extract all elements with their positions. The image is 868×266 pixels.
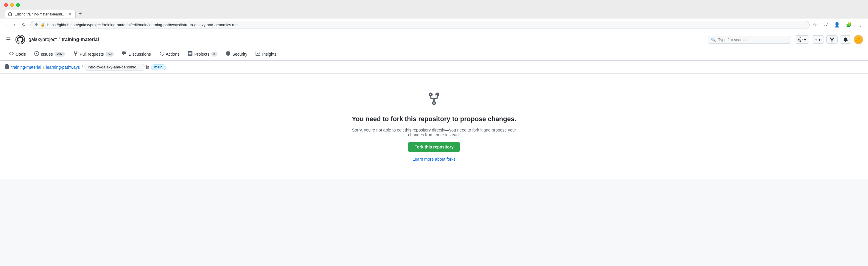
nav-tab-security[interactable]: Security — [222, 48, 252, 60]
insights-icon — [255, 51, 260, 57]
fork-subtitle: Sorry, you're not able to edit this repo… — [345, 128, 523, 137]
search-placeholder: Type / to search — [718, 37, 746, 42]
active-tab[interactable]: Editing training-material/learnin… ✕ — [4, 10, 76, 18]
nav-tab-code-label: Code — [16, 52, 26, 57]
url-text[interactable]: https://github.com/galaxyproject/trainin… — [48, 23, 805, 27]
new-tab-button[interactable]: + — [76, 9, 85, 18]
avatar[interactable]: 🐥 — [854, 35, 863, 44]
nav-tab-pr-label: Pull requests — [80, 52, 104, 57]
notifications-button[interactable] — [840, 35, 851, 44]
github-hamburger[interactable]: ☰ — [5, 35, 12, 44]
learn-more-link[interactable]: Learn more about forks — [412, 157, 456, 162]
traffic-lights — [4, 3, 864, 7]
issues-button[interactable] — [826, 35, 838, 44]
branch-badge: main — [151, 64, 166, 70]
discussions-icon — [122, 51, 127, 57]
github-header: ☰ galaxyproject / training-material 🔍 Ty… — [0, 31, 868, 48]
in-label: in — [146, 65, 149, 70]
security-nav-icon — [226, 51, 230, 57]
plus-icon: + — [815, 37, 817, 42]
maximize-button[interactable] — [16, 3, 20, 7]
create-chevron: ▾ — [818, 37, 820, 42]
browser-menu-button[interactable]: ⋮ — [857, 20, 864, 29]
header-actions: ▾ + ▾ 🐥 — [795, 35, 863, 44]
nav-tab-code[interactable]: Code — [5, 48, 30, 60]
nav-tab-discussions[interactable]: Discussions — [118, 48, 155, 60]
nav-tab-issues[interactable]: Issues 297 — [30, 48, 69, 60]
profile-button[interactable]: 👤 — [833, 21, 841, 29]
fork-repository-button[interactable]: Fork this repository — [408, 142, 460, 152]
close-button[interactable] — [4, 3, 8, 7]
tab-close-button[interactable]: ✕ — [68, 12, 72, 16]
issues-nav-icon — [34, 51, 39, 57]
extensions-button[interactable]: 🛡 — [822, 21, 829, 29]
reload-button[interactable]: ↻ — [20, 21, 27, 28]
fork-title: You need to fork this repository to prop… — [352, 115, 516, 123]
tab-bar: Editing training-material/learnin… ✕ + — [4, 9, 864, 18]
org-link[interactable]: galaxyproject — [29, 37, 57, 42]
nav-tab-issues-label: Issues — [41, 52, 53, 57]
copilot-button[interactable]: ▾ — [795, 35, 809, 44]
svg-point-1 — [799, 39, 800, 40]
file-icon — [5, 64, 9, 70]
nav-tab-actions-label: Actions — [166, 52, 180, 57]
projects-badge: 3 — [211, 52, 217, 57]
folder-breadcrumb-link[interactable]: learning-pathways — [46, 65, 80, 70]
nav-tab-insights-label: Insights — [262, 52, 276, 57]
address-bar-row: ‹ › ↻ ⚙ 🔒 https://github.com/galaxyproje… — [0, 19, 868, 31]
nav-tab-projects[interactable]: Projects 3 — [184, 48, 221, 60]
pr-badge: 59 — [105, 52, 114, 57]
forward-button[interactable]: › — [11, 21, 17, 28]
pr-icon — [73, 51, 78, 57]
tab-title: Editing training-material/learnin… — [14, 12, 66, 16]
issues-badge: 297 — [55, 52, 65, 57]
repo-nav: Code Issues 297 Pull requests 59 Discuss… — [0, 48, 868, 61]
nav-tab-security-label: Security — [232, 52, 248, 57]
minimize-button[interactable] — [10, 3, 14, 7]
nav-tab-insights[interactable]: Insights — [251, 48, 281, 60]
tab-favicon — [8, 12, 12, 16]
projects-icon — [188, 51, 192, 57]
address-bar[interactable]: ⚙ 🔒 https://github.com/galaxyproject/tra… — [30, 21, 810, 29]
main-content: You need to fork this repository to prop… — [0, 74, 868, 179]
nav-tab-pr[interactable]: Pull requests 59 — [69, 48, 118, 60]
svg-point-2 — [800, 39, 801, 40]
security-icon: ⚙ — [35, 23, 38, 27]
github-logo[interactable] — [16, 35, 25, 44]
copilot-chevron: ▾ — [804, 37, 806, 42]
file-chip: intro-to-galaxy-and-genomics... — [85, 64, 144, 70]
actions-icon — [159, 51, 164, 57]
breadcrumb-sep-1: / — [43, 65, 44, 70]
search-icon: 🔍 — [711, 37, 716, 42]
search-box[interactable]: 🔍 Type / to search — [708, 36, 791, 44]
svg-point-0 — [798, 37, 802, 41]
lock-icon: 🔒 — [40, 23, 45, 27]
window-chrome: Editing training-material/learnin… ✕ + — [0, 0, 868, 19]
nav-tab-actions[interactable]: Actions — [155, 48, 184, 60]
repo-breadcrumb-link[interactable]: training-material — [11, 65, 41, 70]
header-search: 🔍 Type / to search — [708, 36, 791, 44]
nav-tab-projects-label: Projects — [194, 52, 209, 57]
fork-icon — [427, 92, 441, 109]
puzzle-button[interactable]: 🧩 — [845, 21, 853, 29]
repo-link[interactable]: training-material — [62, 37, 99, 42]
file-breadcrumb: training-material / learning-pathways / … — [0, 61, 868, 74]
breadcrumb-separator: / — [58, 37, 60, 42]
code-icon — [9, 51, 14, 57]
back-button[interactable]: ‹ — [4, 21, 9, 28]
bookmark-button[interactable]: ☆ — [813, 22, 817, 28]
breadcrumb-sep-2: / — [82, 65, 83, 70]
header-breadcrumb: galaxyproject / training-material — [29, 37, 99, 42]
browser-toolbar: 🛡 👤 🧩 ⋮ — [822, 20, 864, 29]
create-button[interactable]: + ▾ — [812, 35, 824, 44]
nav-tab-discussions-label: Discussions — [129, 52, 151, 57]
